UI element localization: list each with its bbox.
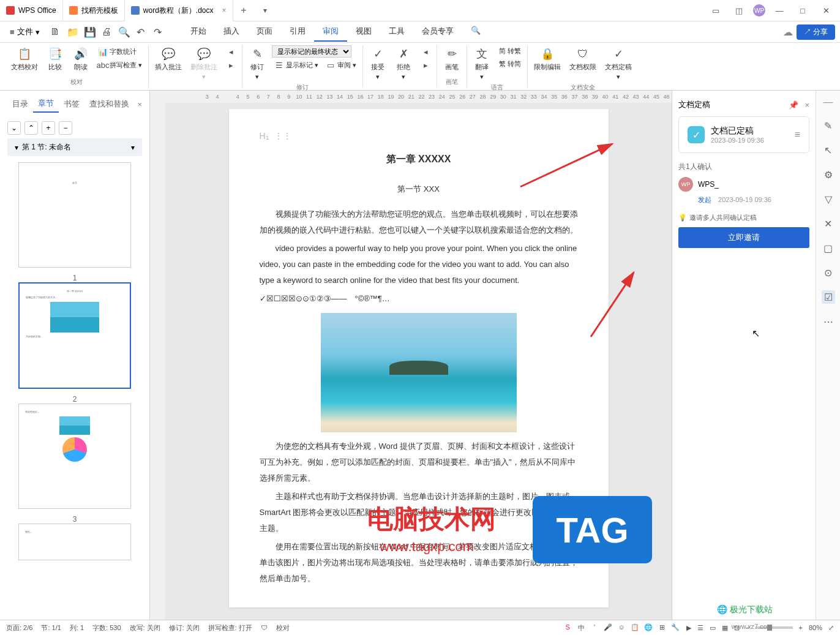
share-button[interactable]: ↗ 分享	[797, 24, 835, 40]
menu-member[interactable]: 会员专享	[413, 22, 462, 42]
compare-button[interactable]: 📑比较	[44, 45, 66, 73]
minimize-button[interactable]: —	[770, 1, 789, 20]
doc-finalize-button[interactable]: ✓文档定稿 ▾	[602, 45, 634, 82]
print-icon[interactable]: 🖨	[101, 26, 112, 38]
markup-select[interactable]: 显示标记的最终状态	[272, 45, 351, 58]
new-icon[interactable]: 🗎	[50, 26, 61, 38]
tool-icon[interactable]: 🔧	[670, 623, 680, 633]
help-tool-icon[interactable]: ⊙	[822, 266, 835, 279]
status-column[interactable]: 列: 1	[70, 623, 84, 633]
view-mode-icon[interactable]: ▦	[722, 624, 728, 632]
translate-button[interactable]: 文翻译 ▾	[471, 45, 493, 82]
fullscreen-icon[interactable]: ⤢	[828, 624, 834, 632]
expand-button[interactable]: ⌃	[24, 121, 38, 135]
menu-reference[interactable]: 引用	[281, 22, 314, 42]
filter-tool-icon[interactable]: ▽	[822, 192, 835, 206]
invite-button[interactable]: 立即邀请	[678, 227, 809, 248]
read-button[interactable]: 🔊朗读	[70, 45, 92, 73]
menu-view[interactable]: 视图	[347, 22, 380, 42]
nav-tab-toc[interactable]: 目录	[7, 96, 33, 112]
thumbnail-page[interactable]: 目录	[18, 162, 131, 268]
tab-wps[interactable]: WPS Office	[0, 0, 63, 21]
wordcount-button[interactable]: 📊字数统计	[96, 45, 144, 58]
search-icon[interactable]: 🔍	[462, 22, 489, 42]
thumbnail-page[interactable]: 第一章 XXXXX视频提供了功能强大的方法...为使您的文档...	[18, 282, 131, 389]
avatar[interactable]: WP	[753, 4, 765, 17]
panel-icon[interactable]: ▭	[707, 1, 725, 20]
select-tool-icon[interactable]: ↖	[822, 143, 835, 157]
spellcheck-button[interactable]: abc拼写检查 ▾	[96, 59, 144, 71]
punct-icon[interactable]: '	[590, 623, 599, 633]
to-simplified-button[interactable]: 繁 转简	[497, 58, 523, 70]
close-tab-icon[interactable]: ×	[222, 6, 227, 15]
status-revision[interactable]: 修订: 关闭	[169, 623, 200, 633]
tab-template[interactable]: 找稻壳模板	[63, 0, 125, 21]
thumbnail-page[interactable]: 表格...	[18, 524, 131, 560]
save-icon[interactable]: 💾	[84, 26, 95, 38]
doc-heading-2[interactable]: 第一节 XXX	[260, 181, 578, 197]
globe-icon[interactable]: 🌐	[643, 623, 653, 633]
emoji-icon[interactable]: ☺	[617, 623, 626, 633]
clipboard-icon[interactable]: 📋	[630, 623, 640, 633]
nav-tab-chapter[interactable]: 章节	[33, 96, 59, 113]
finalize-tool-icon[interactable]: ☑	[822, 290, 835, 304]
nav-tab-bookmark[interactable]: 书签	[59, 96, 84, 112]
doc-symbols[interactable]: ✓☒☐☒☒⊙⊙①②③—— °©®™¶…	[260, 291, 578, 307]
status-spell[interactable]: 拼写检查: 打开	[208, 623, 252, 633]
play-icon[interactable]: ▶	[686, 624, 691, 632]
cube-icon[interactable]: ◫	[730, 1, 748, 20]
status-proof[interactable]: 校对	[276, 623, 290, 633]
tab-document[interactable]: word教程（新）.docx ×	[125, 0, 233, 21]
reject-button[interactable]: ✗拒绝 ▾	[392, 45, 414, 82]
add-tab-button[interactable]: +	[233, 5, 255, 16]
doc-paragraph[interactable]: 视频提供了功能强大的方法帮助您证明您的观点。当您单击联机视频时，可以在想要添加的…	[260, 206, 578, 238]
tab-menu-button[interactable]: ▾	[255, 6, 276, 15]
status-words[interactable]: 字数: 530	[92, 623, 121, 633]
doc-paragraph[interactable]: video provides a powerful way to help yo…	[260, 241, 578, 288]
pen-button[interactable]: ✏画笔	[441, 45, 463, 73]
doc-proof-button[interactable]: 📋文档校对	[9, 45, 40, 73]
menu-review[interactable]: 审阅	[314, 22, 347, 42]
cloud-icon[interactable]: ☁	[783, 26, 793, 38]
status-overwrite[interactable]: 改写: 关闭	[130, 623, 160, 633]
show-markup-button[interactable]: ☰显示标记 ▾	[272, 59, 321, 71]
undo-icon[interactable]: ↶	[135, 26, 146, 38]
pin-icon[interactable]: 📌	[789, 100, 798, 110]
doc-heading-1[interactable]: 第一章 XXXXX	[260, 149, 578, 169]
insert-comment-button[interactable]: 💬插入批注	[152, 45, 184, 73]
settings-tool-icon[interactable]: ⚙	[822, 168, 835, 181]
ime-icon[interactable]: S	[563, 623, 572, 633]
tools-icon[interactable]: ✕	[822, 217, 835, 230]
remove-section-button[interactable]: −	[59, 121, 72, 135]
restrict-edit-button[interactable]: 🔒限制编辑	[531, 45, 563, 73]
open-icon[interactable]: 📁	[67, 26, 78, 38]
edit-tool-icon[interactable]: ✎	[822, 119, 835, 132]
doc-paragraph[interactable]: 为使您的文档具有专业外观，Word 提供了页眉、页脚、封面和文本框设计，这些设计…	[260, 438, 578, 486]
close-button[interactable]: ✕	[817, 1, 835, 20]
menu-insert[interactable]: 插入	[215, 22, 248, 42]
view-mode-icon[interactable]: ▭	[710, 624, 716, 632]
menu-start[interactable]: 开始	[182, 22, 215, 42]
add-section-button[interactable]: +	[42, 121, 55, 135]
doc-permission-button[interactable]: 🛡文档权限	[567, 45, 599, 73]
shield-icon[interactable]: 🛡	[261, 624, 268, 631]
zoom-in-icon[interactable]: +	[799, 624, 803, 631]
close-panel-icon[interactable]: ×	[804, 100, 809, 110]
accept-button[interactable]: ✓接受 ▾	[367, 45, 389, 82]
preview-icon[interactable]: 🔍	[118, 26, 129, 38]
grid-icon[interactable]: ⊞	[657, 623, 667, 633]
zoom-level[interactable]: 80%	[809, 624, 822, 631]
menu-tools[interactable]: 工具	[380, 22, 413, 42]
more-tool-icon[interactable]: ⋯	[822, 315, 835, 328]
to-traditional-button[interactable]: 简 转繁	[497, 45, 523, 57]
status-section[interactable]: 节: 1/1	[41, 623, 61, 633]
view-mode-icon[interactable]: ☰	[697, 624, 703, 632]
mic-icon[interactable]: 🎤	[603, 623, 613, 633]
collapse-button[interactable]: ⌄	[7, 121, 21, 135]
menu-page[interactable]: 页面	[248, 22, 281, 42]
redo-icon[interactable]: ↷	[152, 26, 163, 38]
collapse-sidebar-icon[interactable]: —	[823, 97, 833, 108]
file-menu[interactable]: ≡ 文件 ▾	[5, 24, 45, 40]
close-nav-icon[interactable]: ×	[137, 100, 142, 109]
maximize-button[interactable]: □	[793, 1, 812, 20]
